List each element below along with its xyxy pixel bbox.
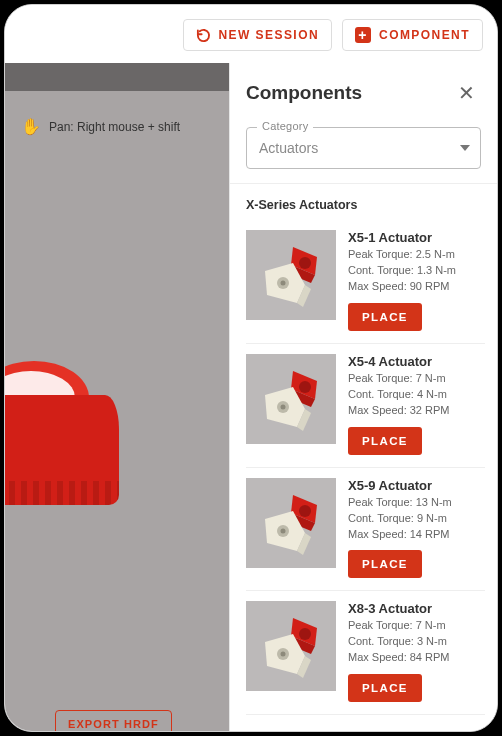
svg-point-3 — [299, 381, 311, 393]
svg-point-2 — [281, 281, 286, 286]
svg-point-0 — [299, 257, 311, 269]
spec-speed: Max Speed: 14 RPM — [348, 527, 479, 543]
spec-cont: Cont. Torque: 1.3 N-m — [348, 263, 479, 279]
pan-hint: ✋ Pan: Right mouse + shift — [21, 117, 180, 136]
spec-speed: Max Speed: 32 RPM — [348, 403, 479, 419]
place-button[interactable]: PLACE — [348, 427, 422, 455]
component-name: X5-1 Actuator — [348, 230, 479, 245]
svg-point-9 — [299, 628, 311, 640]
category-select[interactable]: Category Actuators — [246, 127, 481, 169]
components-panel: Components ✕ Category Actuators X-Series… — [229, 63, 497, 731]
plus-icon: + — [355, 27, 371, 43]
component-card: X8-3 Actuator Peak Torque: 7 N-m Cont. T… — [246, 591, 485, 715]
component-thumbnail — [246, 478, 336, 568]
place-button[interactable]: PLACE — [348, 550, 422, 578]
place-button[interactable]: PLACE — [348, 674, 422, 702]
component-card: X5-1 Actuator Peak Torque: 2.5 N-m Cont.… — [246, 220, 485, 344]
spec-cont: Cont. Torque: 4 N-m — [348, 387, 479, 403]
svg-point-5 — [281, 404, 286, 409]
add-component-button[interactable]: + COMPONENT — [342, 19, 483, 51]
spec-peak: Peak Torque: 2.5 N-m — [348, 247, 479, 263]
panel-title: Components — [246, 82, 362, 104]
spec-peak: Peak Torque: 7 N-m — [348, 371, 479, 387]
component-name: X5-4 Actuator — [348, 354, 479, 369]
hand-icon: ✋ — [21, 117, 41, 136]
viewport-3d[interactable]: ✋ Pan: Right mouse + shift EXPORT HRDF — [5, 63, 229, 731]
spec-speed: Max Speed: 90 RPM — [348, 279, 479, 295]
refresh-icon — [196, 28, 211, 43]
component-thumbnail — [246, 601, 336, 691]
components-list[interactable]: X5-1 Actuator Peak Torque: 2.5 N-m Cont.… — [230, 220, 497, 723]
component-card: X5-4 Actuator Peak Torque: 7 N-m Cont. T… — [246, 344, 485, 468]
pan-hint-text: Pan: Right mouse + shift — [49, 120, 180, 134]
viewport-topstrip — [5, 63, 229, 91]
section-heading: X-Series Actuators — [230, 184, 497, 220]
svg-point-11 — [281, 652, 286, 657]
spec-peak: Peak Torque: 7 N-m — [348, 618, 479, 634]
svg-point-8 — [281, 528, 286, 533]
spec-cont: Cont. Torque: 3 N-m — [348, 634, 479, 650]
svg-point-6 — [299, 505, 311, 517]
place-button[interactable]: PLACE — [348, 303, 422, 331]
close-icon[interactable]: ✕ — [452, 77, 481, 109]
component-name: X8-3 Actuator — [348, 601, 479, 616]
spec-peak: Peak Torque: 13 N-m — [348, 495, 479, 511]
component-name: X5-9 Actuator — [348, 478, 479, 493]
export-label: EXPORT HRDF — [68, 718, 159, 730]
component-thumbnail — [246, 354, 336, 444]
spec-speed: Max Speed: 84 RPM — [348, 650, 479, 666]
chevron-down-icon — [460, 145, 470, 151]
component-card: X5-9 Actuator Peak Torque: 13 N-m Cont. … — [246, 468, 485, 592]
component-thumbnail — [246, 230, 336, 320]
category-float-label: Category — [257, 120, 313, 132]
topbar: NEW SESSION + COMPONENT — [5, 5, 497, 63]
model-actuator — [5, 323, 145, 523]
export-hrdf-button[interactable]: EXPORT HRDF — [55, 710, 172, 731]
new-session-label: NEW SESSION — [219, 28, 320, 42]
new-session-button[interactable]: NEW SESSION — [183, 19, 333, 51]
add-component-label: COMPONENT — [379, 28, 470, 42]
category-value: Actuators — [259, 140, 318, 156]
spec-cont: Cont. Torque: 9 N-m — [348, 511, 479, 527]
